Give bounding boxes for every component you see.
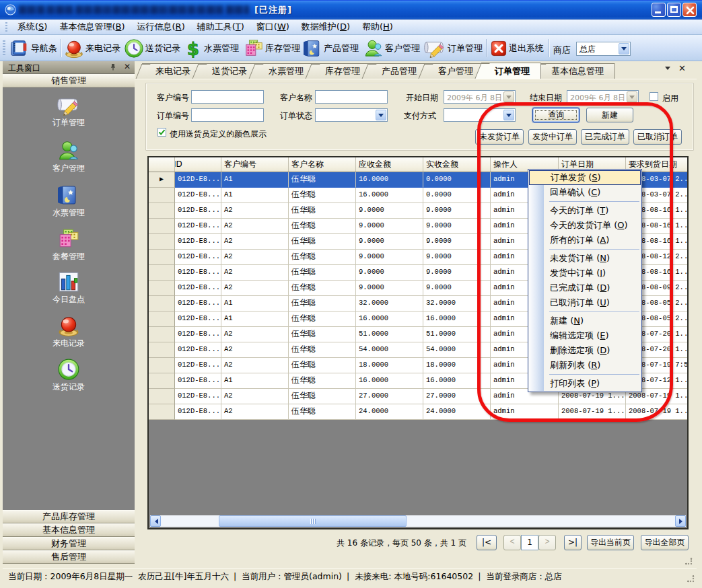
sidebar-item-today-stocktake[interactable]: 今日盘点 [3,270,135,305]
toolbar-button-inventory[interactable]: 库存管理 [244,38,300,59]
sidebar-item-customer-mgmt[interactable]: 客户管理 [3,139,135,174]
export-all-pages-button[interactable]: 导出全部页 [641,535,689,550]
sidebar-item-label: 来电记录 [3,338,135,349]
toolbar-button-exit[interactable]: 退出系统 [490,38,544,59]
menubar-item-accelerator: H [383,22,390,32]
shop-label: 商店 [553,44,571,57]
customer-no-input[interactable] [191,90,264,104]
tool-window-close-icon[interactable]: ✕ [124,62,131,71]
column-header-customer-no[interactable]: 客户编号 [221,157,289,172]
end-date-picker[interactable]: 2009年 6月 8日 [567,90,639,104]
column-header-selector[interactable] [149,157,175,172]
sidebar-item-call-records[interactable]: 来电记录 [3,314,135,349]
menubar-item-label-suffix: ) [390,22,393,32]
row-selector-cell[interactable] [149,250,175,265]
row-selector-cell[interactable] [149,203,175,219]
row-selector-cell[interactable] [149,358,175,373]
shop-select-value: 总店 [580,44,596,55]
menubar-item-label: 数据维护( [302,22,340,32]
clock-icon [124,38,144,59]
row-selector-cell[interactable] [149,342,175,358]
maximize-button[interactable] [667,3,681,17]
last-page-button[interactable]: >| [564,535,582,550]
tab-close-icon[interactable]: ✕ [678,65,686,72]
row-selector-cell[interactable] [149,219,175,234]
chevron-down-icon[interactable] [619,43,629,54]
order-no-input[interactable] [191,108,264,122]
row-selector-cell[interactable] [149,296,175,311]
sidebar-item-order-mgmt[interactable]: 订单管理 [3,95,135,128]
menubar-item[interactable]: 基本信息管理(B) [53,20,131,34]
color-display-checkbox[interactable] [157,128,166,137]
sidebar-band-after-sales[interactable]: 售后管理 [3,550,135,564]
toolbar-button-products[interactable]: 产品管理 [304,38,359,59]
row-selector-cell[interactable]: ▶ [149,172,175,188]
shop-select[interactable]: 总店 [576,42,631,56]
sidebar-band-basic-info[interactable]: 基本信息管理 [3,523,135,537]
row-selector-cell[interactable] [149,327,175,342]
start-date-picker[interactable]: 2009年 6月 8日 [444,90,516,104]
sidebar-item-water-ticket-mgmt[interactable]: 水票管理 [3,184,135,219]
column-header-receivable[interactable]: 应收金额 [356,157,423,172]
toolbar-button-navigation[interactable]: 导航条 [9,38,57,59]
sidebar-band-product-inventory[interactable]: 产品库存管理 [3,510,135,523]
first-page-button[interactable]: |< [477,535,497,550]
enable-checkbox[interactable] [650,92,658,101]
row-selector-cell[interactable] [149,188,175,203]
tab[interactable]: 订单管理 [481,63,541,79]
row-selector-cell[interactable] [149,311,175,327]
cell-customer-no: A1 [221,373,289,389]
menubar-item[interactable]: 数据维护(D) [295,20,356,34]
cell-receivable: 27.0000 [356,389,423,404]
order-no-label: 订单编号 [157,110,189,122]
tab-label: 库存管理 [325,66,360,76]
application-window: [已注册] 系统(S)基本信息管理(B)运行信息(R)辅助工具(T)窗口(W)数… [0,0,702,588]
toolbar-button-call-records[interactable]: 来电记录 [64,38,120,59]
toolbar-button-customers[interactable]: 客户管理 [363,38,420,59]
pin-icon[interactable] [109,63,117,71]
chevron-down-icon[interactable] [376,110,386,120]
row-selector-cell[interactable] [149,389,175,404]
prev-page-button[interactable]: < [503,535,521,550]
scrollbar-thumb[interactable] [219,515,407,527]
menu-bar: 系统(S)基本信息管理(B)运行信息(R)辅助工具(T)窗口(W)数据维护(D)… [0,20,702,35]
person-icon [57,139,80,162]
row-selector-cell[interactable] [149,265,175,281]
export-current-page-button[interactable]: 导出当前页 [587,535,634,550]
cell-received: 24.0000 [423,404,491,420]
row-selector-cell[interactable] [149,234,175,250]
tab[interactable]: 基本信息管理 [538,63,615,79]
menubar-item[interactable]: 运行信息(R) [131,20,191,34]
row-selector-cell[interactable] [149,373,175,389]
close-button[interactable] [682,3,697,17]
sidebar-group-sales[interactable]: 销售管理 [3,74,135,87]
scroll-left-icon[interactable] [150,515,161,527]
clock-icon [57,358,80,381]
horizontal-scrollbar[interactable] [150,515,686,527]
next-page-button[interactable]: > [538,535,556,550]
customer-name-input[interactable] [315,90,388,104]
tabs: 来电记录送货记录水票管理库存管理产品管理客户管理订单管理基本信息管理 [145,63,615,79]
tab-label: 水票管理 [269,66,304,76]
menubar-item[interactable]: 系统(S) [11,20,53,34]
toolbar-button-water-tickets[interactable]: 水票管理 [184,38,239,59]
column-header-customer-name[interactable]: 客户名称 [289,157,356,172]
menubar-item[interactable]: 窗口(W) [250,20,295,34]
scroll-right-icon[interactable] [675,515,686,527]
order-status-select[interactable] [315,108,388,122]
row-selector-cell[interactable] [149,281,175,296]
menubar-item[interactable]: 辅助工具(T) [191,20,250,34]
minimize-button[interactable] [652,3,666,17]
tab-list-dropdown-icon[interactable] [665,67,670,73]
menubar-item[interactable]: 帮助(H) [356,20,399,34]
toolbar-button-orders[interactable]: 订单管理 [423,38,483,59]
sidebar-item-package-mgmt[interactable]: 套餐管理 [3,227,135,262]
sidebar-item-delivery-records[interactable]: 送货记录 [3,358,135,393]
row-selector-cell[interactable] [149,404,175,420]
cell-customer-no: A2 [221,234,289,250]
toolbar-button-delivery-records[interactable]: 送货记录 [124,38,180,59]
cell-id: 012D-E8... [175,342,221,358]
column-header-id[interactable]: ID [175,157,221,172]
sidebar-band-finance[interactable]: 财务管理 [3,537,135,550]
page-number-input[interactable]: 1 [521,535,538,550]
